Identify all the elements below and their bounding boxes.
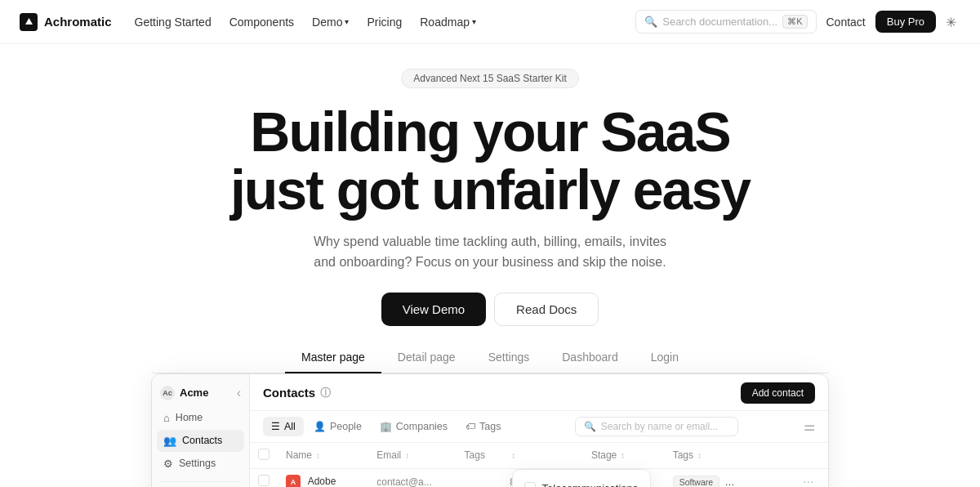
sidebar-item-home[interactable]: ⌂ Home [157,407,244,429]
tab-tags[interactable]: 🏷 Tags [457,417,509,436]
view-demo-button[interactable]: View Demo [381,293,486,326]
logo[interactable]: Achromatic [20,13,112,31]
nav-roadmap[interactable]: Roadmap ▾ [420,16,476,29]
content-title: Contacts ⓘ [263,386,331,400]
tag-software: Software [673,476,719,487]
row-menu-icon[interactable]: ··· [803,475,813,487]
contact-link[interactable]: Contact [826,16,866,29]
navbar: Achromatic Getting Started Components De… [0,0,980,44]
contacts-table: Name ↕ Email ↕ Tags Telecommunications [250,443,828,487]
sidebar-header: Ac Acme ‹ [152,382,249,407]
telecom-label: Telecommunications [542,482,639,487]
contacts-icon: 👥 [163,435,176,447]
table-wrap: Name ↕ Email ↕ Tags Telecommunications [250,443,828,487]
tab-companies[interactable]: 🏢 Companies [372,417,456,436]
nav-demo[interactable]: Demo ▾ [312,16,349,29]
col-tags-filter: Tags Telecommunications Ele [457,443,502,469]
logo-text: Achromatic [44,15,112,29]
hero-title: Building your SaaS just got unfairly eas… [230,103,750,220]
all-icon: ☰ [271,421,280,432]
tags-dropdown: Telecommunications Electronics E-commerc… [512,469,651,487]
info-icon: ⓘ [320,386,331,400]
tags-icon: 🏷 [466,421,475,432]
col-name[interactable]: Name ↕ [278,443,368,469]
companies-icon: 🏢 [380,421,392,432]
table-header-row: Name ↕ Email ↕ Tags Telecommunications [250,443,828,469]
tab-tags-label: Tags [479,421,501,432]
col-stage[interactable]: Stage ↕ [583,443,644,469]
tab-master-page[interactable]: Master page [285,342,381,373]
col-tags2[interactable]: Tags ↕ [665,443,775,469]
dropdown-item-telecom[interactable]: Telecommunications [513,476,650,487]
people-icon: 👤 [314,421,326,432]
cell-name: A Adobe [278,468,368,487]
cell-empty2 [775,468,795,487]
nav-pricing[interactable]: Pricing [367,16,402,29]
hero-buttons: View Demo Read Docs [381,293,599,326]
cell-email: contact@a... [368,468,456,487]
sidebar-nav: ⌂ Home 👥 Contacts ⚙ Settings [152,407,249,475]
search-box[interactable]: 🔍 Search documentation... ⌘K [635,10,816,34]
buy-pro-button[interactable]: Buy Pro [875,11,936,33]
nav-left: Achromatic Getting Started Components De… [20,13,476,31]
logo-icon [20,13,38,31]
content-header: Contacts ⓘ Add contact [250,374,828,411]
search-placeholder: Search documentation... [662,16,777,28]
sidebar: Ac Acme ‹ ⌂ Home 👥 Contacts ⚙ Settings [152,374,250,487]
hero-section: Advanced Next 15 SaaS Starter Kit Buildi… [0,44,980,487]
theme-toggle-icon[interactable]: ✳ [946,15,960,29]
col-empty [644,443,665,469]
col-email[interactable]: Email ↕ [368,443,456,469]
cell-tags: Software Technology Creativity [665,468,775,487]
filter-icon[interactable]: ⚌ [804,418,815,434]
tab-companies-label: Companies [396,421,448,432]
sidebar-item-contacts[interactable]: 👥 Contacts [157,430,244,452]
search-icon: 🔍 [644,16,657,28]
nav-links: Getting Started Components Demo ▾ Pricin… [135,16,476,29]
tab-dashboard[interactable]: Dashboard [546,342,635,373]
tab-all[interactable]: ☰ All [263,417,304,436]
search-icon: 🔍 [584,421,596,432]
sidebar-toggle-icon[interactable]: ‹ [237,386,241,400]
app-window: Ac Acme ‹ ⌂ Home 👥 Contacts ⚙ Settings [151,373,829,487]
col-checkbox [250,443,278,469]
nav-right: 🔍 Search documentation... ⌘K Contact Buy… [635,10,960,34]
tab-settings[interactable]: Settings [472,342,546,373]
tab-detail-page[interactable]: Detail page [381,342,472,373]
read-docs-button[interactable]: Read Docs [494,293,599,326]
settings-icon: ⚙ [163,458,173,470]
main-content: Contacts ⓘ Add contact ☰ All 👤 People [250,374,828,487]
table-search-placeholder: Search by name or email... [601,421,718,432]
telecom-checkbox[interactable] [524,482,536,487]
sidebar-brand-name: Acme [180,386,208,399]
cell-menu[interactable]: ··· [795,468,828,487]
toolbar: ☰ All 👤 People 🏢 Companies 🏷 Tags [250,411,828,443]
col-actions [795,443,828,469]
cell-checkbox[interactable] [250,468,278,487]
tab-login[interactable]: Login [635,342,695,373]
nav-getting-started[interactable]: Getting Started [135,16,212,29]
hero-badge: Advanced Next 15 SaaS Starter Kit [401,69,578,88]
search-kbd: ⌘K [782,15,807,29]
sidebar-item-home-label: Home [176,412,203,423]
company-name: Adobe [308,476,336,487]
content-title-text: Contacts [263,386,315,400]
add-contact-button[interactable]: Add contact [741,382,815,404]
hero-subtitle: Why spend valuable time tackling auth, b… [314,231,666,273]
demo-tabs: Master page Detail page Settings Dashboa… [151,342,829,373]
tab-all-label: All [284,421,296,432]
nav-components[interactable]: Components [229,16,294,29]
col-phone[interactable]: ↕ [501,443,583,469]
cell-tags-empty [457,468,502,487]
home-icon: ⌂ [163,412,170,424]
col-empty2 [775,443,795,469]
sidebar-item-contacts-label: Contacts [182,435,222,446]
sidebar-brand-icon: Ac [160,386,175,400]
sidebar-item-settings[interactable]: ⚙ Settings [157,453,244,475]
tab-people[interactable]: 👤 People [305,417,370,436]
table-search[interactable]: 🔍 Search by name or email... [575,417,738,436]
sidebar-item-settings-label: Settings [179,458,216,469]
sidebar-brand[interactable]: Ac Acme [160,386,208,400]
tag-technology: Technology [724,476,774,487]
tab-people-label: People [330,421,362,432]
